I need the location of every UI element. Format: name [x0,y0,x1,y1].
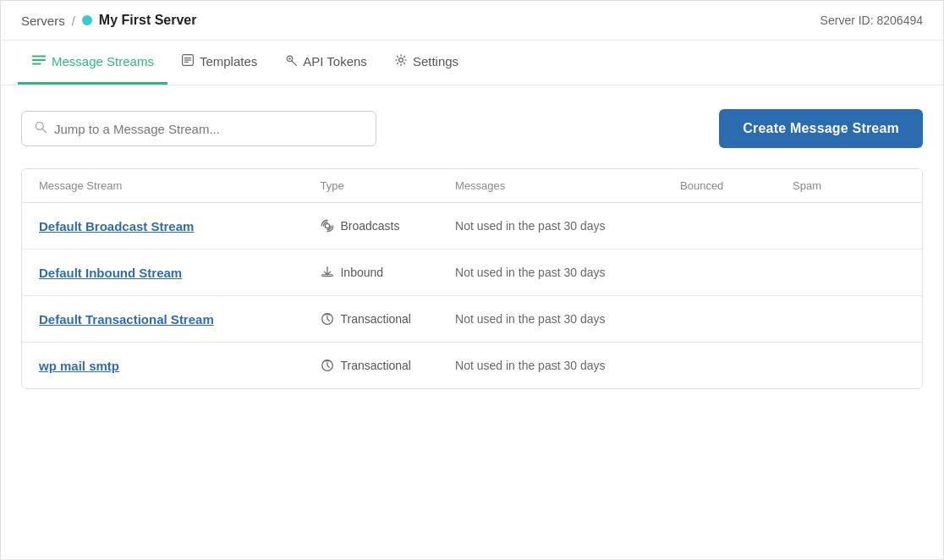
header-bounced: Bounced [680,179,793,192]
server-id: Server ID: 8206494 [821,14,923,27]
breadcrumb-separator: / [72,14,75,28]
streams-table: Message Stream Type Messages Bounced Spa… [21,168,923,389]
top-header: Servers / My First Server Server ID: 820… [1,1,943,41]
tab-settings[interactable]: Settings [381,41,472,84]
tab-message-streams-label: Message Streams [52,54,154,69]
settings-icon [394,53,408,69]
stream-name-wpmail[interactable]: wp mail smtp [39,359,320,373]
tab-settings-label: Settings [413,54,458,69]
tab-message-streams[interactable]: Message Streams [18,41,167,85]
stream-name-inbound[interactable]: Default Inbound Stream [39,266,320,280]
stream-type-broadcast: Broadcasts [320,218,455,233]
table-row: Default Broadcast Stream Broadcasts [22,203,922,250]
search-icon [34,120,47,137]
templates-icon [181,53,195,69]
breadcrumb: Servers / My First Server [21,13,196,28]
search-box[interactable] [21,111,376,146]
table-header: Message Stream Type Messages Bounced Spa… [22,169,922,203]
header-spam: Spam [793,179,905,192]
broadcast-messages: Not used in the past 30 days [455,219,905,233]
transactional-messages: Not used in the past 30 days [455,312,905,326]
svg-point-10 [326,223,330,228]
current-server-name: My First Server [99,13,197,28]
broadcast-type-label: Broadcasts [340,219,399,233]
transactional-type-label: Transactional [340,312,411,326]
header-messages: Messages [455,179,680,192]
header-type: Type [320,179,455,192]
search-input[interactable] [54,122,364,136]
create-message-stream-button[interactable]: Create Message Stream [719,109,923,148]
transactional-icon-2 [320,358,335,373]
stream-name-broadcast[interactable]: Default Broadcast Stream [39,219,320,233]
search-action-row: Create Message Stream [21,109,923,148]
tab-templates[interactable]: Templates [167,41,271,84]
tab-api-tokens-label: API Tokens [303,54,367,69]
inbound-messages: Not used in the past 30 days [455,266,905,279]
stream-name-transactional[interactable]: Default Transactional Stream [39,312,320,327]
svg-line-9 [42,129,46,132]
wpmail-messages: Not used in the past 30 days [455,359,905,372]
server-status-dot [82,15,92,25]
inbound-type-label: Inbound [340,266,383,279]
wpmail-type-label: Transactional [340,359,411,372]
broadcasts-icon [320,218,335,233]
table-row: wp mail smtp Transactional Not used in t… [22,343,922,388]
inbound-icon [320,265,335,280]
nav-tabs: Message Streams Templates A [1,41,943,85]
svg-point-8 [36,122,43,129]
stream-type-wpmail: Transactional [320,358,455,373]
servers-link[interactable]: Servers [21,14,65,28]
message-streams-icon [31,52,47,70]
stream-type-transactional: Transactional [320,311,455,327]
transactional-icon [320,311,335,327]
tab-templates-label: Templates [200,54,257,69]
svg-line-5 [292,61,297,66]
table-row: Default Transactional Stream Transaction… [22,296,922,343]
svg-point-6 [288,58,290,59]
header-message-stream: Message Stream [39,179,320,192]
api-tokens-icon [284,53,298,69]
tab-api-tokens[interactable]: API Tokens [271,41,381,84]
stream-type-inbound: Inbound [320,265,455,280]
svg-point-7 [398,58,403,63]
table-row: Default Inbound Stream Inbound Not used … [22,250,922,296]
main-content: Create Message Stream Message Stream Typ… [1,85,943,413]
